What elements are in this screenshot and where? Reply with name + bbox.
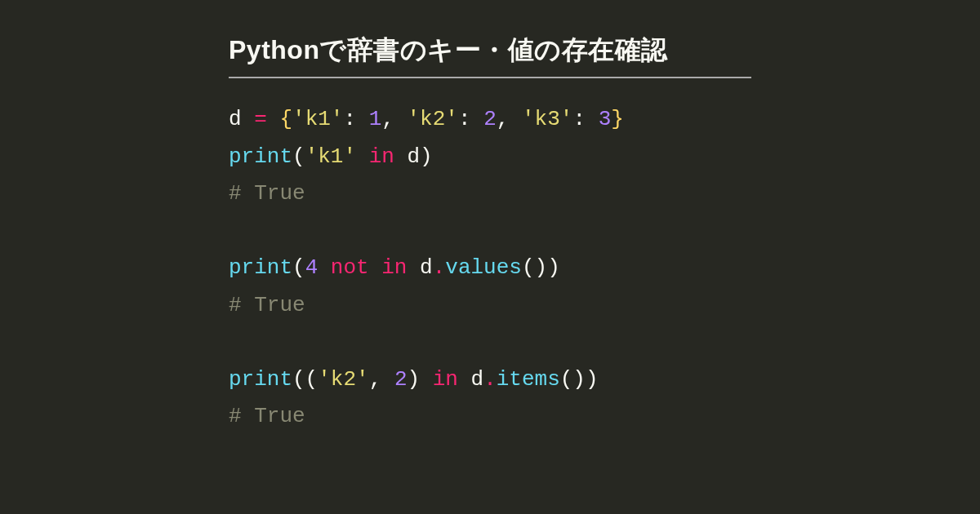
code-token [356, 144, 369, 169]
code-token: print [229, 367, 292, 392]
code-token: ()) [522, 255, 560, 280]
code-token: values [445, 255, 522, 280]
code-token: items [497, 367, 560, 392]
code-token: in [433, 367, 458, 392]
code-token: # True [229, 404, 305, 428]
code-token: 1 [369, 107, 382, 131]
code-token: = [254, 107, 267, 131]
code-token: 'k3' [522, 107, 572, 131]
code-token [369, 255, 382, 280]
content-container: Pythonで辞書のキー・値の存在確認 d = {'k1': 1, 'k2': … [0, 0, 980, 436]
code-token: } [611, 107, 624, 131]
code-token: ()) [560, 367, 599, 392]
code-token: . [483, 367, 497, 392]
code-token: ( [292, 255, 305, 280]
code-token: 4 [305, 255, 318, 280]
page-title: Pythonで辞書のキー・値の存在確認 [229, 33, 751, 78]
code-token: d [458, 367, 483, 392]
code-token: 3 [599, 107, 612, 131]
code-token: d) [394, 144, 433, 169]
code-token: { [279, 107, 292, 131]
code-token: , [497, 107, 522, 131]
code-token: # True [229, 181, 305, 206]
code-token: 'k1' [305, 144, 356, 169]
code-token: , [369, 367, 394, 392]
code-token: 'k1' [292, 107, 343, 131]
code-token: 'k2' [408, 107, 458, 131]
code-token: , [381, 107, 407, 131]
code-token: . [433, 255, 446, 280]
code-token [318, 255, 331, 280]
code-token: print [229, 255, 292, 280]
code-token: d [229, 107, 254, 131]
code-token: not [331, 255, 369, 280]
code-token: in [369, 144, 394, 169]
code-token: 'k2' [318, 367, 368, 392]
code-token: d [407, 255, 432, 280]
code-token: : [343, 107, 368, 131]
code-token: # True [229, 293, 305, 317]
code-token: print [229, 144, 292, 169]
code-token: : [572, 107, 598, 131]
code-token: 2 [483, 107, 497, 131]
code-token [267, 107, 280, 131]
code-block: d = {'k1': 1, 'k2': 2, 'k3': 3} print('k… [229, 101, 751, 436]
code-token: in [381, 255, 407, 280]
code-token: ( [292, 144, 305, 169]
code-token: : [458, 107, 483, 131]
code-token: 2 [394, 367, 408, 392]
code-token: ) [407, 367, 432, 392]
code-token: (( [292, 367, 318, 392]
